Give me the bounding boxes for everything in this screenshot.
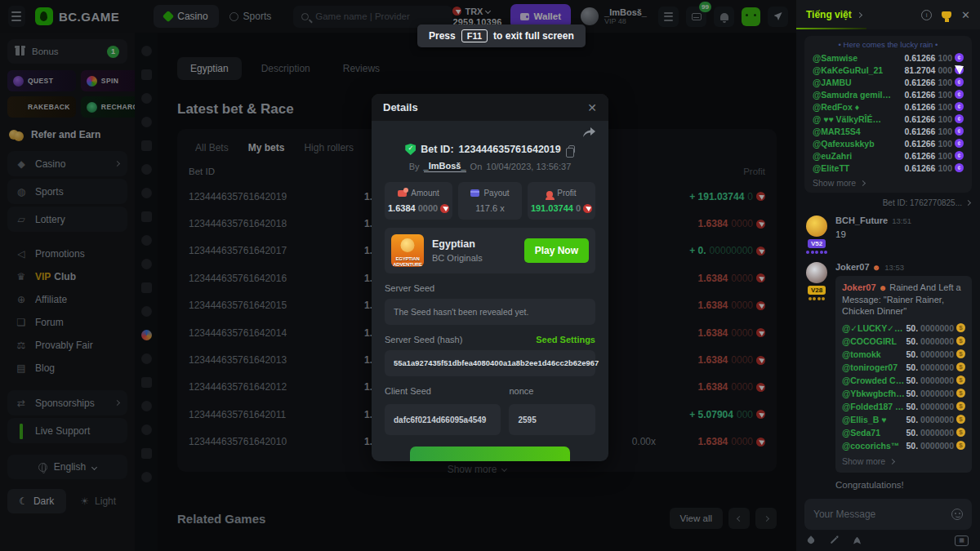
- chat-username[interactable]: @Samudra gemil…: [813, 90, 905, 100]
- client-seed-label: Client Seed: [385, 386, 501, 396]
- rain-bet-id-link[interactable]: Bet ID: 1762770825...: [806, 198, 970, 207]
- coin-icon: [956, 349, 965, 358]
- coin-icon: [955, 139, 964, 148]
- chat-username[interactable]: @Samwise: [813, 53, 905, 63]
- draw-icon[interactable]: [831, 537, 837, 544]
- rain-recipient-row: @euZahri 0.61266100: [813, 149, 964, 162]
- chat-message-input[interactable]: [813, 509, 951, 520]
- seed-settings-link[interactable]: Seed Settings: [536, 335, 595, 344]
- vip-badge: V52: [808, 239, 826, 248]
- chevron-right-icon[interactable]: [857, 11, 862, 17]
- chat-username[interactable]: @tomokk: [842, 349, 906, 360]
- chat-input-box[interactable]: [804, 499, 972, 530]
- coin-icon: [955, 151, 964, 160]
- rain-recipient-row: @MAR15S4 0.61266100: [813, 125, 964, 137]
- chat-username[interactable]: @cocorichs™: [842, 440, 906, 451]
- trx-coin-icon: [440, 204, 449, 213]
- chat-username[interactable]: @Crowded Calm…: [842, 375, 906, 386]
- chevron-right-icon: [860, 180, 866, 185]
- rain-recipient-row: @KaKeGuRuI_21 81.2704000: [813, 64, 964, 76]
- client-seed-field[interactable]: dafc6f0214d66095a4549: [385, 404, 501, 435]
- fullscreen-toast: Press F11 to exit full screen: [417, 24, 586, 47]
- chat-username[interactable]: @EliteTT: [813, 163, 905, 173]
- avatar[interactable]: [806, 216, 827, 237]
- chat-language-tab[interactable]: Tiếng việt: [806, 9, 852, 20]
- chat-username[interactable]: @Ellis_B ♥: [842, 414, 906, 425]
- chat-username[interactable]: @ ♥♥ VälkyRÎÉ…: [813, 114, 905, 124]
- rain-message-card: • Here comes the lucky rain • @Samwise 0…: [804, 36, 972, 193]
- coin-icon: [956, 389, 965, 398]
- server-seed-hash-field[interactable]: 55a1a927435f51dbfea4080400a1a8b2ee1d46cc…: [385, 350, 595, 376]
- chat-username[interactable]: @euZahri: [813, 151, 905, 161]
- verify-button[interactable]: [410, 447, 570, 461]
- amount-icon: [398, 190, 407, 197]
- chat-username[interactable]: @Folded187 …: [842, 401, 906, 412]
- chevron-right-icon: [965, 200, 971, 206]
- avatar[interactable]: [806, 262, 827, 283]
- server-seed-label: Server Seed: [385, 283, 434, 293]
- chat-username[interactable]: @✓LUCKY✓GIRL✓: [842, 322, 906, 334]
- coin-icon: [955, 53, 964, 62]
- emoji-icon[interactable]: [951, 509, 963, 520]
- rain-recipient-row: @COCOGIRL 50.0000000: [842, 335, 965, 347]
- bet-stats: Amount 1.63840000 Payout 117.6 x Profit …: [385, 182, 595, 220]
- game-row: EGYPTIAN ADVENTURE Egyptian BC Originals…: [385, 228, 595, 273]
- nonce-field[interactable]: 2595: [509, 404, 595, 435]
- share-button[interactable]: [385, 127, 595, 140]
- chat-toolbar: [796, 530, 980, 551]
- copy-icon[interactable]: [568, 145, 575, 153]
- play-now-button[interactable]: Play Now: [524, 238, 589, 263]
- share-icon: [583, 127, 595, 138]
- chat-username[interactable]: BCH_Future: [835, 216, 888, 225]
- coin-icon: [955, 90, 964, 99]
- bet-datetime: 10/04/2023, 13:56:37: [486, 162, 571, 171]
- rain-recipient-row: @Samwise 0.61266100: [813, 51, 964, 64]
- info-icon[interactable]: i: [921, 10, 932, 20]
- rain-message-bubble: Joker07 ☻ Rained And Left a Message: "Ra…: [835, 276, 972, 473]
- rain-recipient-row: @cocorichs™ 50.0000000: [842, 439, 965, 451]
- rain-header-text: • Here comes the lucky rain •: [813, 40, 964, 49]
- bet-byline: By _ImBosš_ On 10/04/2023, 13:56:37: [385, 161, 595, 172]
- close-icon[interactable]: ✕: [961, 9, 970, 21]
- chat-username[interactable]: Joker07: [835, 262, 870, 272]
- vip-badge: V28: [808, 286, 826, 295]
- coin-icon: [956, 428, 965, 437]
- chat-username[interactable]: @KaKeGuRuI_21: [813, 65, 905, 75]
- coin-icon: [956, 362, 965, 371]
- chat-username[interactable]: @JAMBU: [813, 78, 905, 87]
- game-name: Egyptian: [432, 238, 516, 250]
- trophy-icon[interactable]: [942, 11, 951, 19]
- rain-feature-icon[interactable]: [806, 535, 815, 544]
- coin-icon: [955, 114, 964, 123]
- coin-icon: [955, 127, 964, 136]
- bet-user-link[interactable]: _ImBosš_: [424, 161, 466, 172]
- chat-username[interactable]: @toniroger07: [842, 362, 906, 373]
- rocket-icon[interactable]: [853, 537, 861, 544]
- rain-recipient-row: @Qafexuskkyb 0.61266100: [813, 137, 964, 149]
- medals-icons: [806, 251, 827, 254]
- gif-icon[interactable]: [955, 535, 969, 546]
- close-icon[interactable]: ✕: [587, 102, 597, 113]
- chat-message-list[interactable]: • Here comes the lucky rain • @Samwise 0…: [796, 29, 980, 492]
- rain-recipient-row: @toniroger07 50.0000000: [842, 361, 965, 373]
- rain-sender: Joker07: [842, 282, 876, 292]
- chat-username[interactable]: @MAR15S4: [813, 127, 905, 136]
- chat-username[interactable]: @Ybkwgbcfhwb: [842, 388, 906, 399]
- rain-recipient-row: @✓LUCKY✓GIRL✓ 50.0000000: [842, 322, 965, 334]
- rain-show-more-button[interactable]: Show more: [842, 455, 965, 467]
- bet-id-value: 123444635761642019: [459, 144, 561, 155]
- chat-username[interactable]: @RedFox ♦: [813, 102, 905, 112]
- active-tab-underline: [796, 28, 866, 29]
- chat-username[interactable]: @COCOGIRL: [842, 335, 906, 347]
- chat-username[interactable]: @Seda71: [842, 427, 906, 438]
- chat-username[interactable]: @Qafexuskkyb: [813, 139, 905, 149]
- rain-show-more-button[interactable]: Show more: [813, 178, 964, 188]
- server-seed-field[interactable]: The Seed hasn't been revealed yet.: [385, 299, 595, 325]
- modal-title: Details: [383, 101, 418, 113]
- modal-body: Bet ID: 123444635761642019 By _ImBosš_ O…: [372, 121, 608, 461]
- profit-icon: [546, 191, 553, 198]
- coin-icon: [956, 323, 965, 332]
- rain-recipient-row: @Seda71 50.0000000: [842, 426, 965, 438]
- rain-recipient-row: @tomokk 50.0000000: [842, 348, 965, 360]
- game-thumbnail[interactable]: EGYPTIAN ADVENTURE: [391, 234, 424, 267]
